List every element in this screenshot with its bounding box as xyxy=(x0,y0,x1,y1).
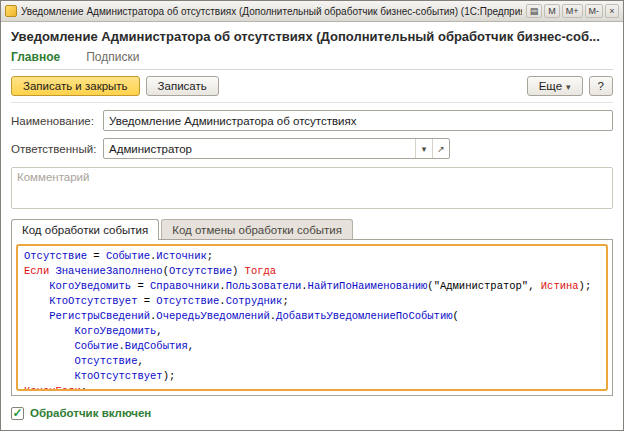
app-1c-icon xyxy=(5,5,17,17)
code-token: ); xyxy=(163,370,176,382)
code-token: , xyxy=(156,325,162,337)
code-token: Истина xyxy=(541,280,579,292)
memory-plus-button[interactable]: М+ xyxy=(562,4,583,18)
code-token: Если xyxy=(24,265,56,277)
code-token: , xyxy=(188,340,194,352)
form-content: Уведомление Администратора об отсутствия… xyxy=(1,22,623,430)
responsible-label: Ответственный: xyxy=(11,143,103,155)
code-token: Отсутствие xyxy=(24,250,87,262)
page-title: Уведомление Администратора об отсутствия… xyxy=(11,29,613,44)
code-token: "Администратор" xyxy=(434,280,529,292)
code-line: КогоУведомить, xyxy=(24,324,600,339)
close-icon[interactable]: × xyxy=(605,4,619,18)
code-token: = xyxy=(87,250,106,262)
code-tab-panel: Отсутствие = Событие.Источник;Если Значе… xyxy=(11,239,613,396)
code-token: КтоОтсутствует xyxy=(74,370,162,382)
responsible-field-row: Ответственный: Администратор ▾ ↗ xyxy=(11,138,613,159)
code-token: Отсутствие xyxy=(74,355,137,367)
code-line: КонецЕсли; xyxy=(24,384,600,391)
code-token xyxy=(24,340,74,352)
save-button[interactable]: Записать xyxy=(146,76,219,96)
save-and-close-button[interactable]: Записать и закрыть xyxy=(11,76,140,96)
code-editor[interactable]: Отсутствие = Событие.Источник;Если Значе… xyxy=(16,244,608,391)
nav-main-link[interactable]: Главное xyxy=(11,50,60,64)
code-token: Событие xyxy=(74,340,118,352)
code-token: КогоУведомить xyxy=(49,280,131,292)
code-token xyxy=(24,325,74,337)
clipboard-icon[interactable]: ▤ xyxy=(526,4,543,18)
help-button[interactable]: ? xyxy=(589,76,613,96)
title-bar: Уведомление Администратора об отсутствия… xyxy=(1,1,623,22)
footer-row: ✓ Обработчик включен xyxy=(11,402,613,424)
code-tabs: Код обработки события Код отмены обработ… xyxy=(11,219,613,239)
app-window: Уведомление Администратора об отсутствия… xyxy=(0,0,624,431)
code-token: Пользователи xyxy=(226,280,302,292)
open-value-icon[interactable]: ↗ xyxy=(432,139,449,158)
code-token: Отсутствие xyxy=(156,295,219,307)
code-token: ЗначениеЗаполнено xyxy=(56,265,163,277)
code-token: ВидСобытия xyxy=(125,340,188,352)
code-token: ; xyxy=(282,295,288,307)
code-token: ; xyxy=(81,385,87,391)
code-line: РегистрыСведений.ОчередьУведомлений.Доба… xyxy=(24,309,600,324)
memory-button[interactable]: М xyxy=(544,4,560,18)
code-line: Отсутствие = Событие.Источник; xyxy=(24,249,600,264)
code-line: КтоОтсутствует); xyxy=(24,369,600,384)
code-token: ДобавитьУведомлениеПоСобытию xyxy=(276,310,452,322)
code-token xyxy=(24,280,49,292)
memory-minus-button[interactable]: М- xyxy=(585,4,604,18)
code-token xyxy=(24,310,49,322)
code-token: КонецЕсли xyxy=(24,385,81,391)
code-token: ; xyxy=(207,250,213,262)
code-line: Событие.ВидСобытия, xyxy=(24,339,600,354)
code-token: Событие xyxy=(106,250,150,262)
more-button[interactable]: Еще▾ xyxy=(527,76,583,96)
code-token: ) xyxy=(232,265,245,277)
code-token: Сотрудник xyxy=(226,295,283,307)
code-token: = xyxy=(137,295,156,307)
code-token: Источник xyxy=(156,250,206,262)
name-input[interactable] xyxy=(103,110,613,131)
code-token: НайтиПоНаименованию xyxy=(308,280,428,292)
tab-event-handler-code[interactable]: Код обработки события xyxy=(11,219,159,240)
code-token: КтоОтсутствует xyxy=(49,295,137,307)
handler-enabled-checkbox[interactable]: ✓ xyxy=(11,407,24,420)
comment-input[interactable] xyxy=(11,167,613,209)
code-line: КтоОтсутствует = Отсутствие.Сотрудник; xyxy=(24,294,600,309)
code-token: ); xyxy=(579,280,592,292)
name-field-row: Наименование: xyxy=(11,110,613,131)
code-token: РегистрыСведений xyxy=(49,310,150,322)
dropdown-arrow-icon[interactable]: ▾ xyxy=(415,139,432,158)
nav-subscriptions-link[interactable]: Подписки xyxy=(86,50,139,64)
command-bar: Записать и закрыть Записать Еще▾ ? xyxy=(11,70,613,103)
handler-enabled-label[interactable]: Обработчик включен xyxy=(30,407,151,419)
window-title: Уведомление Администратора об отсутствия… xyxy=(21,6,522,17)
code-token: Тогда xyxy=(245,265,277,277)
code-line: КогоУведомить = Справочники.Пользователи… xyxy=(24,279,600,294)
more-label: Еще xyxy=(539,80,562,92)
code-token xyxy=(24,370,74,382)
code-token: Справочники xyxy=(150,280,219,292)
code-token: ( xyxy=(453,310,459,322)
code-token: ОчередьУведомлений xyxy=(156,310,269,322)
code-token: , xyxy=(137,355,143,367)
code-token: = xyxy=(131,280,150,292)
code-token xyxy=(24,295,49,307)
code-line: Если ЗначениеЗаполнено(Отсутствие) Тогда xyxy=(24,264,600,279)
section-nav: Главное Подписки xyxy=(11,50,613,70)
responsible-value: Администратор xyxy=(104,143,415,155)
code-token xyxy=(24,355,74,367)
code-line: Отсутствие, xyxy=(24,354,600,369)
tab-cancel-handler-code[interactable]: Код отмены обработки события xyxy=(161,219,353,239)
code-token: КогоУведомить xyxy=(74,325,156,337)
code-token: , xyxy=(528,280,541,292)
responsible-combobox[interactable]: Администратор ▾ ↗ xyxy=(103,138,450,159)
name-label: Наименование: xyxy=(11,115,103,127)
window-controls: ▤ М М+ М- × xyxy=(526,4,619,18)
chevron-down-icon: ▾ xyxy=(566,82,571,92)
code-token: Отсутствие xyxy=(169,265,232,277)
